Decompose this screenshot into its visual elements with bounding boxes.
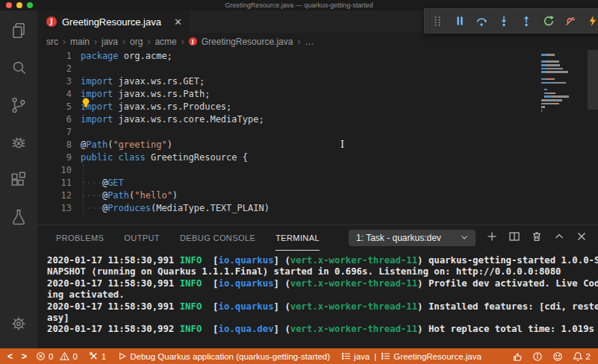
step-out-button[interactable] <box>517 12 535 30</box>
line-number[interactable]: 13 <box>37 202 72 215</box>
settings-gear-icon[interactable] <box>1 305 37 342</box>
thumbs-up-icon[interactable] <box>512 351 523 362</box>
code-line: 3import javax.ws.rs.GET; <box>37 75 598 88</box>
close-window-button[interactable] <box>6 2 12 8</box>
line-number[interactable]: 4 <box>37 88 72 101</box>
error-icon <box>36 351 46 361</box>
panel-tab-terminal[interactable]: TERMINAL <box>275 225 320 251</box>
breadcrumb-item[interactable]: acme <box>155 37 176 47</box>
vscode-window: GreetingResource.java — quarkus-getting-… <box>0 0 598 364</box>
terminal-output[interactable]: 2020-01-17 11:58:30,991 INFO [io.quarkus… <box>37 251 598 348</box>
line-number[interactable]: 5 <box>37 101 72 113</box>
terminal-line: 2020-01-17 11:58:30,992 INFO [io.qua.dev… <box>47 324 598 335</box>
activity-bar <box>0 10 37 348</box>
line-number[interactable]: 7 <box>37 126 72 139</box>
line-number[interactable]: 1 <box>37 50 72 63</box>
line-number[interactable]: 11 <box>37 177 72 189</box>
debug-launch-status[interactable]: Debug Quarkus application (quarkus-getti… <box>117 351 330 361</box>
terminal-line: asy] <box>47 313 598 324</box>
language-status[interactable]: java | GreetingResource.java <box>341 351 482 361</box>
step-over-button[interactable] <box>473 12 490 30</box>
code-line: 2 <box>37 63 598 75</box>
bottom-panel: PROBLEMSOUTPUTDEBUG CONSOLETERMINAL 1: T… <box>37 225 598 348</box>
list-icon <box>341 351 351 361</box>
code-line: 4import javax.ws.rs.Path; <box>37 88 598 101</box>
breadcrumb-item[interactable]: src <box>46 37 58 47</box>
line-number[interactable]: 2 <box>37 63 72 75</box>
breadcrumb-item[interactable]: GreetingResource.java <box>202 37 293 47</box>
code-line: 7 <box>37 126 598 139</box>
debug-toolbar <box>424 8 598 34</box>
window-controls <box>6 2 33 8</box>
breadcrumb-item[interactable]: org <box>130 37 143 47</box>
terminal-line: 2020-01-17 11:58:30,991 INFO [io.quarkus… <box>47 278 598 289</box>
search-icon[interactable] <box>1 49 37 87</box>
test-flask-icon[interactable] <box>1 198 37 236</box>
terminal-selector-dropdown[interactable]: 1: Task - quarkus:dev <box>349 230 476 246</box>
terminal-selector-label: 1: Task - quarkus:dev <box>356 233 441 243</box>
maximize-panel-button[interactable] <box>553 230 565 245</box>
list-icon <box>381 351 390 361</box>
tab-greetingresource[interactable]: J GreetingResource.java ✕ <box>37 10 190 33</box>
step-into-button[interactable] <box>495 12 513 30</box>
tools-icon <box>89 351 99 361</box>
chevron-right-icon: › <box>181 37 184 47</box>
chevron-right-icon: › <box>94 37 97 47</box>
code-line: 1package org.acme; <box>37 50 598 63</box>
panel-tab-problems[interactable]: PROBLEMS <box>56 225 104 251</box>
play-icon <box>117 351 127 361</box>
pause-button[interactable] <box>451 12 469 30</box>
navigate-forward-button[interactable]: > <box>22 351 27 362</box>
restart-button[interactable] <box>540 12 558 30</box>
feedback-smiley-icon[interactable] <box>552 351 563 362</box>
code-line: 9public class GreetingResource { <box>37 151 598 164</box>
kill-terminal-button[interactable] <box>531 230 543 245</box>
debug-icon[interactable] <box>1 124 37 161</box>
line-number[interactable]: 6 <box>37 113 72 126</box>
code-line: 13····@Produces(MediaType.TEXT_PLAIN) <box>37 202 598 215</box>
warning-icon <box>60 351 69 361</box>
problems-status[interactable]: 0 0 <box>36 351 78 361</box>
tab-label: GreetingResource.java <box>62 16 161 28</box>
source-control-icon[interactable] <box>1 87 37 124</box>
panel-tab-debug-console[interactable]: DEBUG CONSOLE <box>180 225 255 251</box>
java-file-icon: J <box>46 16 57 27</box>
info-icon[interactable] <box>532 351 543 362</box>
panel-header: PROBLEMSOUTPUTDEBUG CONSOLETERMINAL 1: T… <box>37 225 598 251</box>
code-line: 6import javax.ws.rs.core.MediaType; <box>37 113 598 126</box>
lightbulb-code-action-icon[interactable] <box>81 97 91 110</box>
disconnect-button[interactable] <box>561 12 579 30</box>
notifications-bell[interactable]: 2 <box>573 351 591 362</box>
breadcrumb-item[interactable]: … <box>305 37 314 47</box>
terminal-line: ing activated. <box>47 289 598 301</box>
line-number[interactable]: 9 <box>37 151 72 164</box>
toolbar-gripper[interactable] <box>429 12 446 30</box>
split-terminal-button[interactable] <box>508 230 520 245</box>
chevron-down-icon <box>459 232 470 245</box>
code-line: 12····@Path("hello") <box>37 189 598 202</box>
line-number[interactable]: 10 <box>37 164 72 177</box>
extensions-icon[interactable] <box>1 161 37 198</box>
panel-tab-output[interactable]: OUTPUT <box>124 225 160 251</box>
minimize-window-button[interactable] <box>16 2 22 8</box>
running-tasks-status[interactable]: 1 <box>89 351 106 361</box>
hot-replace-lightning-icon[interactable] <box>584 12 598 30</box>
code-editor[interactable]: 1package org.acme;23import javax.ws.rs.G… <box>37 50 598 225</box>
explorer-icon[interactable] <box>1 12 37 49</box>
breadcrumb-item[interactable]: java <box>102 37 118 47</box>
close-panel-button[interactable] <box>576 230 588 245</box>
breadcrumb-item[interactable]: main <box>70 37 90 47</box>
zoom-window-button[interactable] <box>27 2 33 8</box>
editor-scrollbar[interactable] <box>588 50 598 110</box>
minimap[interactable] <box>541 54 571 113</box>
close-tab-icon[interactable]: ✕ <box>174 16 182 28</box>
code-line: 5import javax.ws.rs.Produces; <box>37 101 598 113</box>
code-line: 11····@GET <box>37 177 598 189</box>
navigate-back-button[interactable]: < <box>7 351 13 362</box>
line-number[interactable]: 3 <box>37 75 72 88</box>
new-terminal-button[interactable] <box>486 230 498 245</box>
java-file-icon: J <box>189 37 197 46</box>
bell-icon <box>573 351 583 362</box>
line-number[interactable]: 8 <box>37 139 72 151</box>
line-number[interactable]: 12 <box>37 189 72 202</box>
